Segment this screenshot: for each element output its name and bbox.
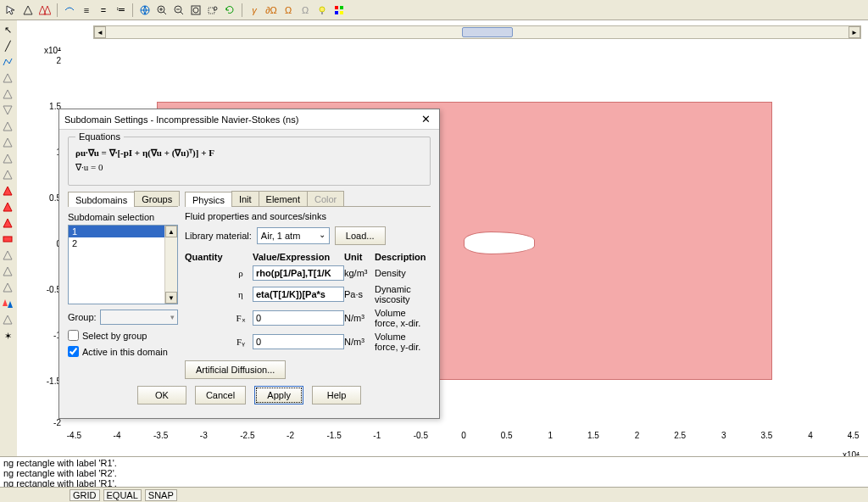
library-material-combo[interactable]: Air, 1 atm xyxy=(257,227,330,244)
separator xyxy=(57,3,58,17)
close-icon[interactable]: ✕ xyxy=(417,112,434,127)
subdomain-listbox[interactable]: 1 2 ▲ ▼ xyxy=(68,225,178,304)
fx-input[interactable] xyxy=(253,310,344,326)
domain-icon[interactable]: Ω xyxy=(281,3,296,18)
dialog-titlebar[interactable]: Subdomain Settings - Incompressible Navi… xyxy=(59,109,439,130)
log-area: ng rectangle with label 'R1'. ng rectang… xyxy=(0,456,868,487)
group-select[interactable] xyxy=(100,310,178,325)
x-tick: 3.5 xyxy=(760,431,772,440)
y-tick: -1.5 xyxy=(37,376,61,386)
svg-rect-10 xyxy=(340,6,343,9)
tri-outline2-icon[interactable] xyxy=(0,86,15,102)
list-item[interactable]: 2 xyxy=(69,237,177,249)
equation-continuity: ∇·u = 0 xyxy=(75,162,423,173)
svg-point-7 xyxy=(320,7,325,12)
fx-symbol: Fₓ xyxy=(229,313,253,324)
triangle-icon[interactable] xyxy=(20,3,36,18)
ok-button[interactable]: OK xyxy=(137,386,186,404)
tri-f-icon[interactable] xyxy=(0,264,15,279)
x-tick: -0.5 xyxy=(414,431,428,440)
x-tick: 0 xyxy=(461,431,466,440)
zoom-extent-icon[interactable] xyxy=(188,3,203,18)
scroll-up-icon[interactable]: ▲ xyxy=(165,226,177,237)
equations-legend: Equations xyxy=(75,131,124,142)
select-by-group-checkbox[interactable] xyxy=(68,330,79,341)
flow-icon[interactable] xyxy=(62,3,77,18)
separator xyxy=(132,3,133,17)
fy-input[interactable] xyxy=(253,334,344,349)
tri-inv-icon[interactable] xyxy=(0,103,15,118)
align-icon[interactable]: ≔ xyxy=(113,3,128,18)
tab-init[interactable]: Init xyxy=(231,191,259,206)
tab-subdomains[interactable]: Subdomains xyxy=(68,192,135,207)
tri-red-icon[interactable] xyxy=(0,183,15,198)
lightbulb-icon[interactable] xyxy=(314,3,330,18)
scroll-left-icon[interactable]: ◄ xyxy=(94,26,106,38)
x-tick: -1 xyxy=(373,431,381,440)
func-icon[interactable]: γ xyxy=(247,3,262,18)
tri-red3-icon[interactable] xyxy=(0,215,15,231)
rect-red-icon[interactable] xyxy=(0,231,15,247)
polyline-icon[interactable] xyxy=(0,54,15,70)
tab-physics[interactable]: Physics xyxy=(185,192,232,207)
separator xyxy=(242,3,242,17)
cursor-icon[interactable]: ↖ xyxy=(0,22,15,37)
palette-icon[interactable] xyxy=(331,3,347,18)
left-tabs: Subdomains Groups xyxy=(68,191,178,207)
horizontal-scrollbar[interactable]: ◄ ► xyxy=(93,25,861,39)
tri-c-icon[interactable] xyxy=(0,151,15,166)
listbox-scrollbar[interactable]: ▲ ▼ xyxy=(164,226,177,304)
tab-color: Color xyxy=(307,191,344,206)
apply-button[interactable]: Apply xyxy=(254,386,303,404)
group-label: Group: xyxy=(68,312,97,322)
tri-a-icon[interactable] xyxy=(0,119,15,134)
scroll-down-icon[interactable]: ▼ xyxy=(165,292,177,304)
tri-b-icon[interactable] xyxy=(0,135,15,150)
help-button[interactable]: Help xyxy=(312,386,361,404)
x-tick: -2.5 xyxy=(240,431,254,440)
left-toolbar: ↖ ╱ ✶ xyxy=(0,20,17,460)
scrollbar-thumb[interactable] xyxy=(462,27,513,37)
rho-input[interactable] xyxy=(253,265,344,281)
fluid-properties-header: Fluid properties and sources/sinks xyxy=(185,211,431,221)
svg-point-4 xyxy=(193,8,198,13)
eq-icon[interactable]: ≡ xyxy=(79,3,94,18)
tri-outline-icon[interactable] xyxy=(0,70,15,86)
y-tick: 0 xyxy=(37,239,61,248)
line-icon[interactable]: ╱ xyxy=(0,38,15,53)
select-by-group-row[interactable]: Select by group xyxy=(68,330,178,341)
omega-icon[interactable]: ∂Ω xyxy=(264,3,279,18)
tri-e-icon[interactable] xyxy=(0,248,15,263)
point-icon[interactable]: ✶ xyxy=(0,328,15,343)
scroll-right-icon[interactable]: ► xyxy=(849,26,860,38)
dual-triangle-icon[interactable] xyxy=(37,3,53,18)
tab-groups[interactable]: Groups xyxy=(134,191,180,206)
eta-input[interactable] xyxy=(253,287,344,302)
just-icon[interactable]: = xyxy=(96,3,111,18)
load-button[interactable]: Load... xyxy=(335,226,386,245)
tri-g-icon[interactable] xyxy=(0,280,15,295)
zoom-window-icon[interactable] xyxy=(205,3,220,18)
fy-desc: Volume force, y-dir. xyxy=(375,332,431,352)
tri-red2-icon[interactable] xyxy=(0,199,15,215)
tri-h-icon[interactable] xyxy=(0,312,15,327)
active-in-domain-checkbox[interactable] xyxy=(68,346,79,357)
status-grid[interactable]: GRID xyxy=(70,489,100,501)
geometry-airfoil[interactable] xyxy=(464,231,535,254)
status-equal[interactable]: EQUAL xyxy=(103,489,142,501)
active-in-domain-row[interactable]: Active in this domain xyxy=(68,346,178,357)
tab-element[interactable]: Element xyxy=(259,191,308,206)
refresh-icon[interactable] xyxy=(222,3,237,18)
tri-multi-icon[interactable] xyxy=(0,296,15,311)
omega2-icon[interactable]: Ω xyxy=(298,3,313,18)
pointer-icon[interactable] xyxy=(3,3,19,18)
zoom-in-icon[interactable] xyxy=(154,3,170,18)
tri-d-icon[interactable] xyxy=(0,167,15,182)
artificial-diffusion-button[interactable]: Artificial Diffusion... xyxy=(185,360,286,379)
cancel-button[interactable]: Cancel xyxy=(195,386,246,404)
list-item[interactable]: 1 xyxy=(69,226,177,237)
zoom-out-icon[interactable] xyxy=(171,3,186,18)
globe-icon[interactable] xyxy=(137,3,153,18)
status-snap[interactable]: SNAP xyxy=(145,489,177,501)
rho-symbol: ρ xyxy=(229,268,253,278)
